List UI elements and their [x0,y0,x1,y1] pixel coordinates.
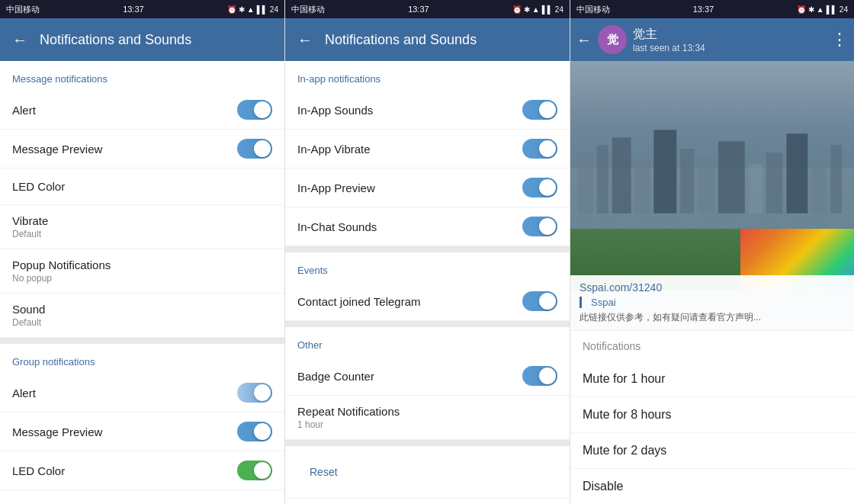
group-led-color-toggle[interactable] [237,461,272,480]
in-app-preview-main-label: In-App Preview [297,181,375,194]
mute-1-hour[interactable]: Mute for 1 hour [570,361,854,397]
svg-rect-13 [830,145,842,213]
setting-led-color: LED Color [0,169,284,205]
setting-popup-notifications: Popup Notifications No popup [0,249,284,294]
wifi-icon-2: ▲ [532,5,540,14]
mute-8-hours[interactable]: Mute for 8 hours [570,397,854,433]
setting-in-chat-sounds: In-Chat Sounds [285,207,570,246]
repeat-notifications-sub-label: 1 hour [297,419,400,430]
chat-area: 13:27 ✓✓ Sspai.com/31240 Sspai 此链接仅供参考，如… [570,61,854,330]
time-1: 13:37 [123,5,144,14]
contact-joined-toggle[interactable] [522,291,557,311]
chat-user-name: 觉主 [633,27,825,43]
setting-alert-label: Alert [12,104,36,117]
setting-group-led-color-label: LED Color [12,464,65,477]
setting-in-app-sounds-label: In-App Sounds [297,104,373,117]
status-icons-2: ⏰ ✱ ▲ ▌▌ 24 [512,5,563,14]
panel-2-content: In-app notifications In-App Sounds In-Ap… [285,61,570,504]
group-alert-toggle[interactable] [237,383,272,403]
setting-sound-label: Sound Default [12,303,45,328]
svg-rect-2 [597,145,608,213]
svg-rect-1 [578,152,593,213]
section-in-app-notifications: In-app notifications [285,61,570,91]
setting-in-app-vibrate-label: In-App Vibrate [297,143,371,156]
wifi-icon: ▲ [247,5,255,14]
avatar: 觉 [598,25,627,54]
message-link[interactable]: Sspai.com/31240 [570,275,854,295]
svg-rect-6 [680,149,694,213]
setting-group-message-preview: Message Preview [0,413,284,451]
carrier-3: 中国移动 [576,4,610,15]
badge-counter-toggle[interactable] [522,366,557,386]
badge-counter-main-label: Badge Counter [297,370,374,383]
panel-2: 中国移动 13:37 ⏰ ✱ ▲ ▌▌ 24 ← Notifications a… [285,0,570,504]
disable-notifications[interactable]: Disable [570,469,854,504]
panel-3: 中国移动 13:37 ⏰ ✱ ▲ ▌▌ 24 ← 觉 觉主 last seen … [570,0,854,504]
chat-menu-button[interactable]: ⋮ [831,30,848,50]
reset-label[interactable]: Reset [297,455,350,489]
setting-group-led-color: LED Color [0,451,284,490]
svg-rect-9 [749,164,762,213]
carrier-2: 中国移动 [291,4,325,15]
svg-rect-10 [766,152,783,213]
alarm-icon-3: ⏰ [797,5,806,14]
setting-group-alert-label: Alert [12,387,36,400]
mute-2-days[interactable]: Mute for 2 days [570,433,854,469]
message-sender: Sspai [580,297,845,308]
svg-rect-8 [718,141,745,213]
panel-1-content: Message notifications Alert Message Prev… [0,61,284,504]
time-3: 13:37 [693,5,714,14]
svg-rect-12 [811,160,827,213]
bluetooth-icon: ✱ [239,5,245,14]
status-bar-3: 中国移动 13:37 ⏰ ✱ ▲ ▌▌ 24 [570,0,854,18]
app-bar-title-2: Notifications and Sounds [325,32,557,48]
message-preview-toggle[interactable] [237,139,272,159]
alert-toggle[interactable] [237,100,272,120]
carrier-1: 中国移动 [6,4,40,15]
group-message-preview-toggle[interactable] [237,422,272,441]
chat-app-bar: ← 觉 觉主 last seen at 13:34 ⋮ [570,18,854,61]
section-message-notifications: Message notifications [0,61,284,91]
svg-rect-3 [612,137,631,213]
notification-menu-header: Notifications [570,331,854,361]
in-app-sounds-main-label: In-App Sounds [297,104,373,117]
setting-reset[interactable]: Reset [285,446,570,499]
status-icons-3: ⏰ ✱ ▲ ▌▌ 24 [797,5,848,14]
battery-icon-2: 24 [555,5,563,14]
battery-icon: 24 [270,5,278,14]
alert-main-label: Alert [12,104,36,117]
in-app-sounds-toggle[interactable] [522,100,557,120]
back-button-1[interactable]: ← [12,31,27,49]
setting-badge-counter: Badge Counter [285,357,570,396]
signal-icon-2: ▌▌ [542,5,553,14]
group-led-color-main-label: LED Color [12,464,65,477]
panel-1: 中国移动 13:37 ⏰ ✱ ▲ ▌▌ 24 ← Notifications a… [0,0,285,504]
message-bubble: Sspai.com/31240 Sspai 此链接仅供参考，如有疑问请查看官方声… [570,275,854,330]
time-2: 13:37 [408,5,429,14]
repeat-notifications-main-label: Repeat Notifications [297,405,400,418]
city-image [570,61,854,229]
setting-vibrate-label: Vibrate Default [12,214,48,239]
in-chat-sounds-toggle[interactable] [522,217,557,236]
status-bar-2: 中国移动 13:37 ⏰ ✱ ▲ ▌▌ 24 [285,0,570,18]
message-preview-main-label: Message Preview [12,143,102,156]
alarm-icon-2: ⏰ [512,5,522,14]
setting-in-app-vibrate: In-App Vibrate [285,130,570,169]
section-group-notifications: Group notifications [0,344,284,374]
setting-repeat-notifications-label: Repeat Notifications 1 hour [297,405,400,430]
back-button-2[interactable]: ← [297,31,313,49]
in-app-vibrate-toggle[interactable] [522,139,557,159]
setting-in-chat-sounds-label: In-Chat Sounds [297,220,377,233]
in-app-vibrate-main-label: In-App Vibrate [297,143,371,156]
vibrate-sub-label: Default [12,229,48,239]
sound-main-label: Sound [12,303,45,316]
setting-group-alert: Alert [0,374,284,413]
svg-rect-5 [653,130,676,213]
setting-message-preview: Message Preview [0,130,284,169]
svg-rect-11 [786,133,807,213]
signal-icon-3: ▌▌ [827,5,837,14]
divider-2 [285,246,570,252]
back-button-3[interactable]: ← [576,31,592,49]
in-app-preview-toggle[interactable] [522,178,557,197]
app-bar-2: ← Notifications and Sounds [285,18,570,61]
